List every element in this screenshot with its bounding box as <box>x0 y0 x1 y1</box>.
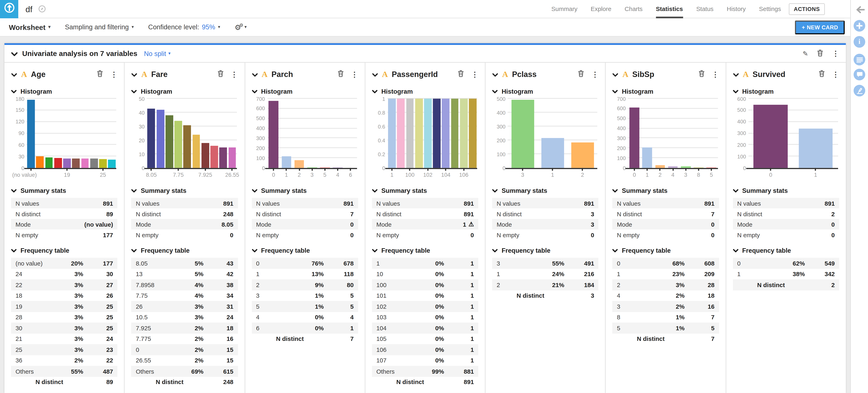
histogram-bar <box>183 125 191 168</box>
variable-menu-icon[interactable]: ⋮ <box>832 71 839 78</box>
variable-menu-icon[interactable]: ⋮ <box>110 71 117 78</box>
histogram-bar <box>192 135 200 168</box>
collapse-variable-chevron-icon[interactable] <box>131 69 137 79</box>
x-axis-tick-label: 3 <box>311 172 314 178</box>
histogram-section-toggle[interactable]: Histogram <box>613 88 719 95</box>
delete-card-icon[interactable] <box>817 49 823 58</box>
x-axis <box>265 168 357 169</box>
worksheet-page: Univariate analysis on 7 variables No sp… <box>0 37 850 393</box>
collapse-variable-chevron-icon[interactable] <box>613 69 619 79</box>
tab-statistics[interactable]: Statistics <box>656 0 683 18</box>
frequency-table-section-toggle[interactable]: Frequency table <box>733 247 839 254</box>
collapse-variable-chevron-icon[interactable] <box>252 69 258 79</box>
histogram-section-toggle[interactable]: Histogram <box>252 88 358 95</box>
microscope-icon[interactable] <box>854 85 865 96</box>
chevron-down-icon <box>372 88 377 95</box>
chat-icon[interactable] <box>854 69 865 80</box>
delete-variable-icon[interactable] <box>217 69 223 79</box>
collapse-panel-arrow-icon[interactable] <box>855 5 865 16</box>
summary-stat-row: Mode 3 <box>492 219 598 229</box>
tab-settings[interactable]: Settings <box>759 0 781 18</box>
worksheet-settings-menu[interactable]: ⚙⚙ ▾ <box>235 23 247 32</box>
summary-stats-section-toggle[interactable]: Summary stats <box>131 187 238 194</box>
plus-icon[interactable] <box>854 20 865 32</box>
collapse-variable-chevron-icon[interactable] <box>733 69 739 79</box>
frequency-table-section-toggle[interactable]: Frequency table <box>613 247 719 254</box>
y-axis-tick-label: 0 <box>11 165 24 171</box>
navigator-icon[interactable] <box>38 5 45 12</box>
histogram-section-toggle[interactable]: Histogram <box>131 88 238 95</box>
x-axis-tick-label: 5 <box>710 172 713 178</box>
frequency-table-section-toggle[interactable]: Frequency table <box>11 247 117 254</box>
confidence-level-menu[interactable]: Confidence level: 95% ▾ <box>148 23 220 31</box>
y-axis-tick-label: 300 <box>252 136 265 141</box>
delete-variable-icon[interactable] <box>338 69 344 79</box>
delete-variable-icon[interactable] <box>97 69 103 79</box>
variable-card-survived: A Survived ⋮ Histogram 01002003004005006… <box>726 63 846 393</box>
summary-stats-section-toggle[interactable]: Summary stats <box>11 187 117 194</box>
histogram-chart: 010203040508.057.757.92526.55 <box>131 97 238 180</box>
delete-variable-icon[interactable] <box>458 69 464 79</box>
histogram-bar <box>54 158 62 168</box>
y-axis-tick-label: 0.4 <box>372 138 385 143</box>
summary-stat-row: N empty 0 <box>613 229 719 240</box>
collapse-variable-chevron-icon[interactable] <box>492 69 498 79</box>
summary-stats-section-toggle[interactable]: Summary stats <box>613 187 719 194</box>
delete-variable-icon[interactable] <box>699 69 705 79</box>
summary-stats-section-toggle[interactable]: Summary stats <box>492 187 598 194</box>
histogram-section-toggle[interactable]: Histogram <box>11 88 117 95</box>
frequency-row: 1 23% 209 <box>613 269 719 279</box>
tab-charts[interactable]: Charts <box>625 0 643 18</box>
histogram-bar <box>108 160 116 168</box>
variable-menu-icon[interactable]: ⋮ <box>591 71 598 78</box>
summary-stats-section-toggle[interactable]: Summary stats <box>733 187 839 194</box>
dataset-logo-tile[interactable] <box>0 0 18 18</box>
variable-card-parch: A Parch ⋮ Histogram 01002003004005006007… <box>245 63 365 393</box>
collapse-variable-chevron-icon[interactable] <box>11 69 17 79</box>
x-axis-tick-label: 4 <box>336 172 339 178</box>
text-type-icon: A <box>743 70 749 78</box>
edit-card-icon[interactable]: ✎ <box>803 50 808 57</box>
card-menu-icon[interactable]: ⋮ <box>832 50 839 57</box>
sampling-filtering-menu[interactable]: Sampling and filtering▾ <box>65 23 134 31</box>
variable-menu-icon[interactable]: ⋮ <box>230 71 238 78</box>
tab-status[interactable]: Status <box>696 0 713 18</box>
x-axis-tick-label: 104 <box>441 172 450 178</box>
histogram-section-toggle[interactable]: Histogram <box>372 88 478 95</box>
actions-button[interactable]: ACTIONS <box>789 3 825 15</box>
collapse-card-chevron-icon[interactable] <box>11 49 18 58</box>
x-axis <box>24 168 117 169</box>
summary-stats-section-toggle[interactable]: Summary stats <box>372 187 478 194</box>
delete-variable-icon[interactable] <box>819 69 825 79</box>
gear-icon: ⚙⚙ <box>235 23 242 32</box>
frequency-table-section-toggle[interactable]: Frequency table <box>131 247 238 254</box>
histogram-bar <box>175 121 182 168</box>
frequency-row: 1 38% 342 <box>733 269 839 279</box>
app-window: df SummaryExploreChartsStatisticsStatusH… <box>0 0 868 393</box>
info-icon[interactable]: i <box>854 36 865 48</box>
tab-explore[interactable]: Explore <box>591 0 612 18</box>
variable-menu-icon[interactable]: ⋮ <box>471 71 478 78</box>
frequency-table-section-toggle[interactable]: Frequency table <box>372 247 478 254</box>
delete-variable-icon[interactable] <box>578 69 584 79</box>
histogram-section-toggle[interactable]: Histogram <box>733 88 839 95</box>
worksheet-menu[interactable]: Worksheet▾ <box>9 23 51 31</box>
frequency-table-section-toggle[interactable]: Frequency table <box>252 247 358 254</box>
variable-menu-icon[interactable]: ⋮ <box>351 71 358 78</box>
summary-stats-section-toggle[interactable]: Summary stats <box>252 187 358 194</box>
list-icon[interactable] <box>854 54 865 65</box>
frequency-table-section-toggle[interactable]: Frequency table <box>492 247 598 254</box>
variable-menu-icon[interactable]: ⋮ <box>712 71 719 78</box>
summary-stat-row: N values 891 <box>131 198 238 208</box>
new-card-button[interactable]: + NEW CARD <box>795 20 845 34</box>
x-axis-tick-label: (no value) <box>12 172 37 178</box>
gridline <box>267 128 357 129</box>
collapse-variable-chevron-icon[interactable] <box>372 69 378 79</box>
histogram-section-toggle[interactable]: Histogram <box>492 88 598 95</box>
tab-history[interactable]: History <box>727 0 746 18</box>
gridline <box>147 98 237 99</box>
tab-summary[interactable]: Summary <box>551 0 578 18</box>
frequency-row: 5 1% 5 <box>252 301 358 312</box>
x-axis-tick-label: 1 <box>390 172 393 178</box>
split-selector[interactable]: No split▾ <box>144 50 170 57</box>
